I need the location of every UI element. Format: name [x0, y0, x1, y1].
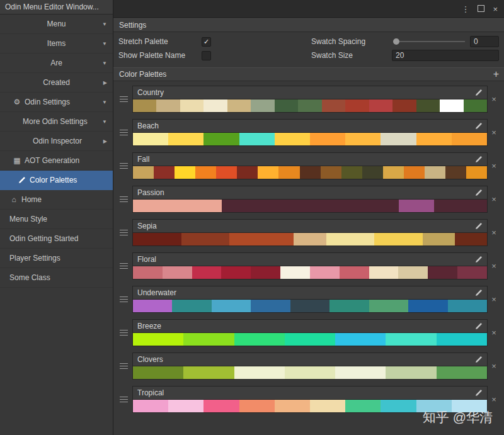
drag-handle-icon[interactable]: [120, 230, 128, 236]
color-swatch[interactable]: [381, 400, 416, 412]
color-swatch[interactable]: [203, 400, 239, 412]
color-swatch[interactable]: [183, 366, 234, 379]
close-icon[interactable]: ×: [493, 5, 498, 13]
color-swatch[interactable]: [275, 133, 310, 145]
edit-pencil-icon[interactable]: [474, 256, 483, 264]
color-swatch[interactable]: [322, 99, 345, 112]
color-swatch[interactable]: [445, 166, 466, 179]
sidebar-item-odin-settings[interactable]: ⚙ Odin Settings ▼: [0, 93, 113, 112]
color-swatch[interactable]: [466, 166, 487, 179]
color-swatch[interactable]: [448, 300, 487, 312]
color-swatch[interactable]: [285, 366, 335, 379]
color-swatch[interactable]: [335, 366, 386, 379]
color-swatch[interactable]: [457, 266, 487, 279]
swatch-spacing-input[interactable]: [470, 36, 499, 47]
window-menu-icon[interactable]: ⋮: [461, 5, 469, 13]
color-swatch[interactable]: [369, 300, 408, 312]
color-swatch[interactable]: [212, 300, 251, 312]
color-swatch[interactable]: [386, 333, 436, 346]
color-swatch[interactable]: [251, 266, 280, 279]
color-swatch[interactable]: [258, 166, 278, 179]
maximize-icon[interactable]: [478, 5, 484, 13]
color-swatch[interactable]: [154, 166, 175, 179]
sidebar-item-items[interactable]: Items ▼: [0, 34, 113, 54]
remove-palette-button[interactable]: ×: [488, 161, 500, 171]
color-swatch[interactable]: [310, 133, 345, 145]
edit-pencil-icon[interactable]: [474, 155, 483, 164]
color-swatch[interactable]: [133, 300, 172, 312]
color-swatch[interactable]: [340, 266, 369, 279]
edit-pencil-icon[interactable]: [474, 389, 483, 397]
color-swatch[interactable]: [425, 166, 445, 179]
color-swatch[interactable]: [239, 400, 275, 412]
remove-palette-button[interactable]: ×: [488, 94, 500, 104]
swatch-size-input[interactable]: [392, 50, 499, 61]
color-swatch[interactable]: [234, 366, 285, 379]
color-swatch[interactable]: [133, 200, 222, 212]
sidebar-item-menu[interactable]: Menu ▼: [0, 14, 113, 34]
remove-palette-button[interactable]: ×: [488, 195, 500, 204]
color-swatch[interactable]: [399, 200, 434, 212]
stretch-palette-checkbox[interactable]: ✓: [202, 37, 211, 47]
color-swatch[interactable]: [133, 99, 156, 112]
color-swatch[interactable]: [203, 99, 227, 112]
drag-handle-icon[interactable]: [120, 263, 128, 269]
color-swatch[interactable]: [300, 166, 321, 179]
color-swatch[interactable]: [298, 99, 321, 112]
remove-palette-button[interactable]: ×: [488, 261, 500, 271]
color-swatch[interactable]: [172, 300, 211, 312]
color-swatch[interactable]: [175, 166, 195, 179]
color-swatch[interactable]: [345, 99, 369, 112]
drag-handle-icon[interactable]: [120, 196, 128, 203]
edit-pencil-icon[interactable]: [474, 122, 483, 130]
color-swatch[interactable]: [251, 300, 290, 312]
swatch-spacing-slider[interactable]: [392, 37, 466, 47]
color-swatch[interactable]: [133, 166, 154, 179]
color-swatch[interactable]: [203, 133, 239, 145]
color-swatch[interactable]: [195, 166, 216, 179]
color-swatch[interactable]: [345, 133, 381, 145]
color-swatch[interactable]: [133, 366, 183, 379]
color-swatch[interactable]: [183, 333, 234, 346]
sidebar-item-color-palettes[interactable]: Color Palettes: [0, 171, 113, 190]
color-swatch[interactable]: [216, 166, 237, 179]
color-swatch[interactable]: [423, 233, 455, 246]
color-swatch[interactable]: [192, 266, 222, 279]
color-swatch[interactable]: [227, 99, 251, 112]
color-swatch[interactable]: [381, 133, 416, 145]
edit-pencil-icon[interactable]: [474, 356, 483, 364]
color-swatch[interactable]: [416, 99, 440, 112]
color-swatch[interactable]: [229, 233, 294, 246]
color-swatch[interactable]: [294, 233, 326, 246]
color-swatch[interactable]: [374, 233, 423, 246]
remove-palette-button[interactable]: ×: [488, 395, 500, 404]
drag-handle-icon[interactable]: [120, 363, 128, 370]
remove-palette-button[interactable]: ×: [488, 328, 500, 337]
color-swatch[interactable]: [168, 133, 203, 145]
color-swatch[interactable]: [416, 133, 452, 145]
sidebar-item-created[interactable]: Created ▶: [0, 73, 113, 93]
color-swatch[interactable]: [168, 400, 203, 412]
color-swatch[interactable]: [455, 233, 487, 246]
color-swatch[interactable]: [133, 333, 183, 346]
sidebar-item-some-class[interactable]: Some Class: [0, 268, 113, 288]
color-swatch[interactable]: [434, 200, 487, 212]
edit-pencil-icon[interactable]: [474, 89, 483, 97]
sidebar-item-player-settings[interactable]: Player Settings: [0, 249, 113, 268]
show-palette-name-checkbox[interactable]: [202, 51, 211, 60]
color-swatch[interactable]: [290, 300, 329, 312]
sidebar-item-menu-style[interactable]: Menu Style: [0, 210, 113, 229]
drag-handle-icon[interactable]: [120, 163, 128, 169]
drag-handle-icon[interactable]: [120, 96, 128, 103]
edit-pencil-icon[interactable]: [474, 189, 483, 197]
color-swatch[interactable]: [369, 99, 392, 112]
sidebar-item-home[interactable]: ⌂ Home: [0, 190, 113, 210]
color-swatch[interactable]: [222, 200, 399, 212]
remove-palette-button[interactable]: ×: [488, 228, 500, 237]
edit-pencil-icon[interactable]: [474, 222, 483, 230]
remove-palette-button[interactable]: ×: [488, 361, 500, 371]
color-swatch[interactable]: [362, 166, 383, 179]
color-swatch[interactable]: [464, 99, 487, 112]
color-swatch[interactable]: [329, 300, 369, 312]
add-palette-button[interactable]: +: [493, 68, 499, 81]
